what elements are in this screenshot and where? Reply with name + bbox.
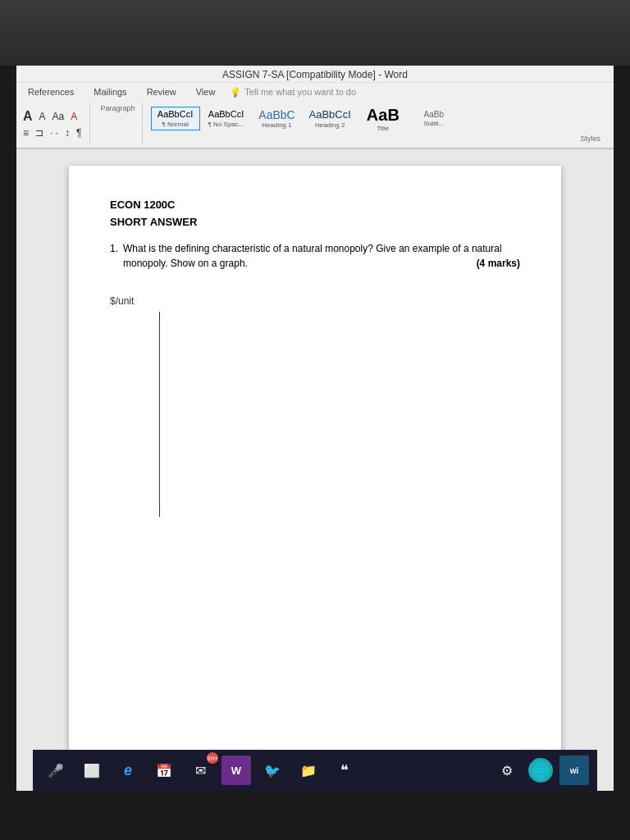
wi-btn[interactable]: wi (559, 756, 589, 785)
quotes-icon: ❝ (340, 761, 349, 779)
style-nospace-preview: AaBbCcI (208, 109, 244, 120)
tab-review[interactable]: Review (142, 84, 181, 99)
settings-btn[interactable]: ⚙ (492, 756, 522, 785)
question-1-marks: (4 marks) (477, 256, 520, 271)
mail-icon: ✉ (195, 763, 206, 778)
window-title: ASSIGN 7-SA [Compatibility Mode] - Word (222, 69, 408, 80)
tell-me-box[interactable]: 💡 Tell me what you want to do (230, 87, 607, 98)
ribbon: References Mailings Review View 💡 Tell m… (16, 83, 614, 149)
style-heading1[interactable]: AaBbC Heading 1 (253, 106, 302, 132)
lightbulb-icon: 💡 (230, 87, 241, 98)
course-code: ECON 1200C (110, 199, 520, 211)
quotes-btn[interactable]: ❝ (330, 756, 359, 785)
styles-section: AaBbCcI ¶ Normal AaBbCcI ¶ No Spac... Aa… (146, 103, 609, 144)
taskbar: 🎤 ⬜ e 📅 ✉ W 🐦 📁 ❝ (33, 750, 597, 791)
styles-row: AaBbCcI ¶ Normal AaBbCcI ¶ No Spac... Aa… (151, 103, 604, 135)
globe-icon: 🌐 (535, 765, 547, 776)
style-subtitle[interactable]: AaBb Subti... (409, 107, 459, 130)
ribbon-tabs-row: References Mailings Review View 💡 Tell m… (16, 83, 614, 101)
font-controls: A A Aa A ≡ ⊐ · · ↕ ¶ (21, 108, 83, 139)
tell-me-text: Tell me what you want to do (244, 87, 356, 97)
style-heading2[interactable]: AaBbCcI Heading 2 (304, 106, 357, 131)
indent-btn[interactable]: ⊐ (34, 126, 45, 139)
paragraph-label: Paragraph (100, 104, 135, 112)
laptop-top-bezel (0, 0, 630, 66)
task-view-icon: ⬜ (84, 763, 100, 778)
globe-btn[interactable]: 🌐 (528, 758, 553, 783)
style-normal-label: ¶ Normal (162, 121, 188, 128)
word-btn[interactable]: W (221, 756, 251, 785)
question-1-content: What is the defining characteristic of a… (123, 243, 502, 269)
style-title-label: Title (377, 125, 389, 132)
question-1-text: 1. What is the defining characteristic o… (110, 241, 520, 271)
screen: ASSIGN 7-SA [Compatibility Mode] - Word … (16, 66, 614, 791)
title-bar: ASSIGN 7-SA [Compatibility Mode] - Word (16, 66, 614, 83)
paragraph-section: Paragraph (94, 103, 142, 144)
style-subtitle-label: Subti... (423, 120, 444, 127)
wi-icon: wi (570, 766, 579, 775)
font-row-top: A A Aa A (21, 108, 83, 125)
font-family-btn[interactable]: Aa (51, 110, 66, 123)
question-1-number: 1. (110, 241, 118, 271)
section-title: SHORT ANSWER (110, 216, 520, 228)
laptop-frame: ASSIGN 7-SA [Compatibility Mode] - Word … (0, 0, 630, 840)
list-btn[interactable]: ≡ (21, 126, 30, 139)
tab-references[interactable]: References (23, 84, 79, 99)
twitter-icon: 🐦 (264, 763, 281, 778)
mail-btn[interactable]: ✉ (185, 756, 215, 785)
ribbon-toolbar: A A Aa A ≡ ⊐ · · ↕ ¶ (16, 101, 614, 148)
edge-icon: e (124, 762, 132, 779)
sort-btn[interactable]: ↕ (63, 126, 71, 139)
microphone-icon: 🎤 (48, 763, 64, 778)
tab-view[interactable]: View (191, 84, 221, 99)
settings-icon: ⚙ (501, 763, 513, 778)
y-axis-label: $/unit (110, 295, 134, 307)
font-section: A A Aa A ≡ ⊐ · · ↕ ¶ (21, 103, 90, 144)
style-normal-preview: AaBbCcI (158, 109, 193, 120)
folder-btn[interactable]: 📁 (294, 756, 323, 785)
shrink-font-btn[interactable]: A (38, 110, 48, 123)
format-btn[interactable]: · · (48, 126, 60, 139)
style-h2-label: Heading 2 (315, 121, 345, 129)
style-h2-preview: AaBbCcI (309, 108, 351, 121)
word-page[interactable]: ECON 1200C SHORT ANSWER 1. What is the d… (69, 166, 561, 774)
style-h1-preview: AaBbC (258, 108, 294, 122)
pilcrow-btn[interactable]: ¶ (75, 126, 83, 139)
font-color-btn[interactable]: A (69, 110, 79, 123)
graph-area: $/unit (110, 295, 520, 525)
style-nospace-label: ¶ No Spac... (208, 121, 244, 128)
folder-icon: 📁 (300, 763, 317, 778)
question-1-block: 1. What is the defining characteristic o… (110, 241, 520, 271)
task-view-btn[interactable]: ⬜ (77, 756, 107, 785)
style-h1-label: Heading 1 (262, 121, 291, 129)
style-subtitle-preview: AaBb (424, 110, 444, 120)
tab-mailings[interactable]: Mailings (89, 84, 131, 99)
question-1-body: What is the defining characteristic of a… (123, 241, 520, 271)
edge-btn[interactable]: e (113, 756, 143, 785)
microphone-btn[interactable]: 🎤 (41, 756, 71, 785)
style-normal[interactable]: AaBbCcI ¶ Normal (151, 107, 200, 130)
word-icon: W (231, 765, 241, 777)
style-title[interactable]: AaB Title (358, 103, 408, 135)
document-area: ECON 1200C SHORT ANSWER 1. What is the d… (16, 149, 614, 791)
grow-font-btn[interactable]: A (21, 108, 34, 125)
style-title-preview: AaB (367, 105, 399, 125)
y-axis-line (159, 312, 160, 517)
font-row-bottom: ≡ ⊐ · · ↕ ¶ (21, 126, 83, 139)
twitter-btn[interactable]: 🐦 (258, 756, 287, 785)
calendar-btn[interactable]: 📅 (149, 756, 179, 785)
style-nospace[interactable]: AaBbCcI ¶ No Spac... (202, 107, 251, 130)
calendar-icon: 📅 (156, 763, 172, 778)
styles-section-label: Styles (580, 135, 604, 143)
